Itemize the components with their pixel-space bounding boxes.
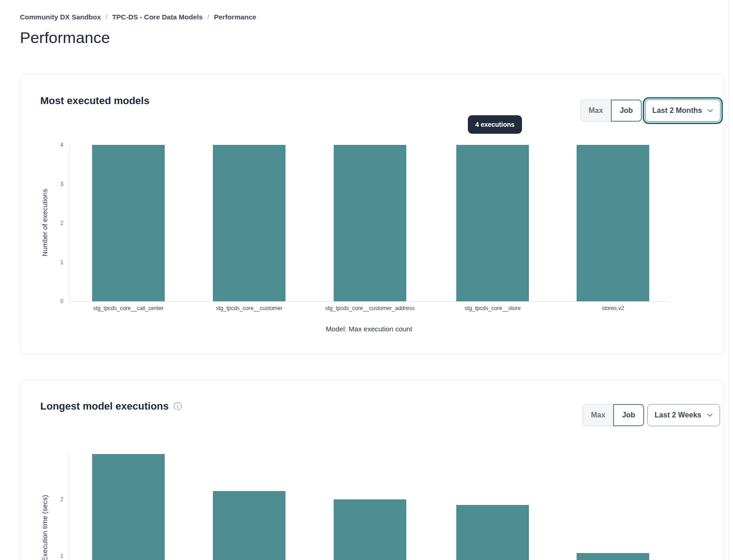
breadcrumb-item-project[interactable]: Community DX Sandbox bbox=[20, 13, 101, 21]
y-axis-line bbox=[69, 145, 69, 301]
breadcrumb: Community DX Sandbox / TPC-DS - Core Dat… bbox=[20, 13, 256, 21]
bar-2[interactable] bbox=[213, 491, 286, 560]
bar-5[interactable] bbox=[577, 553, 649, 560]
breadcrumb-separator: / bbox=[207, 13, 209, 21]
y-tick-2: 2 bbox=[45, 220, 63, 226]
breadcrumb-item-models[interactable]: TPC-DS - Core Data Models bbox=[112, 13, 203, 21]
y-tick-3: 3 bbox=[45, 181, 63, 187]
x-tick-label: stg_tpcds_core__call_center bbox=[68, 305, 189, 311]
bar-stg_tpcds_core__store[interactable] bbox=[456, 145, 529, 301]
longest-model-executions-card: Longest model executions ⓘ Max Job Last … bbox=[20, 380, 724, 560]
longest-model-executions-chart: Execution time (secs) 12 bbox=[20, 380, 724, 560]
most-executed-models-chart: Number of executions Model: Max executio… bbox=[20, 75, 724, 354]
y-axis-label: Execution time (secs) bbox=[40, 459, 50, 560]
y-tick-0: 0 bbox=[45, 298, 63, 305]
bar-4[interactable] bbox=[456, 505, 529, 560]
page-right-divider bbox=[728, 0, 729, 560]
breadcrumb-separator: / bbox=[106, 13, 107, 21]
y-tick-1: 1 bbox=[45, 259, 63, 266]
y-tick-2: 2 bbox=[45, 496, 63, 503]
performance-page: Community DX Sandbox / TPC-DS - Core Dat… bbox=[0, 0, 733, 560]
y-tick-4: 4 bbox=[45, 142, 63, 148]
breadcrumb-item-current: Performance bbox=[214, 13, 256, 21]
bar-stg_tpcds_core__customer[interactable] bbox=[213, 145, 286, 301]
x-tick-label: stores.v2 bbox=[553, 305, 673, 311]
x-axis-line bbox=[69, 301, 669, 302]
y-tick-1: 1 bbox=[45, 553, 63, 559]
bar-stg_tpcds_core__call_center[interactable] bbox=[92, 145, 165, 301]
x-axis-title: Model: Max execution count bbox=[69, 325, 669, 333]
x-tick-label: stg_tpcds_core__customer bbox=[189, 305, 310, 311]
y-axis-line bbox=[69, 453, 69, 560]
bar-3[interactable] bbox=[334, 499, 406, 560]
bar-1[interactable] bbox=[92, 454, 165, 560]
most-executed-models-card: Most executed models Max Job Last 2 Mont… bbox=[20, 74, 724, 355]
x-tick-label: stg_tpcds_core__customer_address bbox=[310, 305, 430, 311]
chart-tooltip: 4 executions bbox=[468, 115, 522, 134]
bar-stg_tpcds_core__customer_address[interactable] bbox=[334, 145, 406, 301]
x-tick-label: stg_tpcds_core__store bbox=[433, 305, 553, 311]
bar-stores.v2[interactable] bbox=[577, 145, 649, 301]
page-title: Performance bbox=[20, 29, 110, 47]
